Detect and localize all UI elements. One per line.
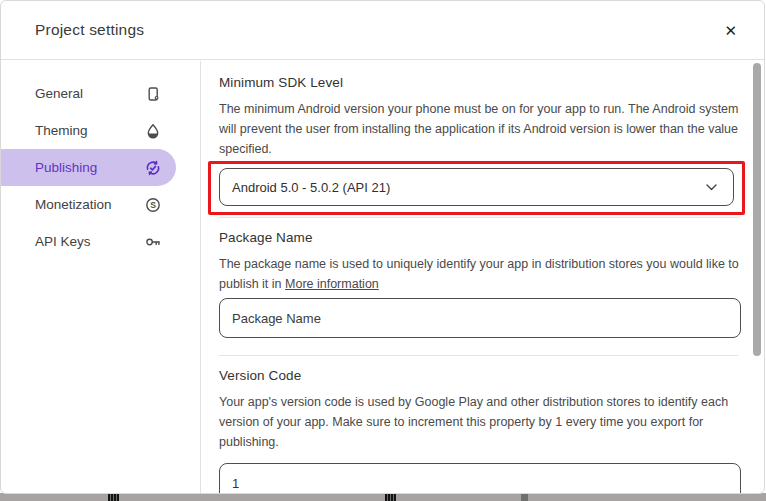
minimum-sdk-description: The minimum Android version your phone m… <box>219 99 747 159</box>
package-name-description: The package name is used to uniquely ide… <box>219 254 747 294</box>
desktop-taskbar-strip <box>0 493 766 501</box>
package-name-heading: Package Name <box>219 230 738 246</box>
sidebar-item-api-keys[interactable]: API Keys <box>1 223 176 260</box>
section-divider <box>219 217 738 218</box>
sync-check-icon <box>144 159 162 177</box>
droplet-icon <box>144 122 162 140</box>
taskbar-icon-mark <box>108 493 119 501</box>
sidebar-item-label: API Keys <box>35 234 91 249</box>
dialog-header: Project settings ✕ <box>1 1 764 60</box>
sidebar-item-publishing[interactable]: Publishing <box>1 149 176 186</box>
version-code-description: Your app's version code is used by Googl… <box>219 392 747 452</box>
minimum-sdk-select[interactable]: Android 5.0 - 5.0.2 (API 21) <box>219 168 734 206</box>
taskbar-icon-mark <box>521 493 528 501</box>
svg-text:S: S <box>150 200 156 210</box>
project-settings-dialog: Project settings ✕ General Theming <box>0 0 765 494</box>
taskbar-icon-mark <box>385 493 396 501</box>
sidebar-item-label: General <box>35 86 83 101</box>
sidebar-item-label: Publishing <box>35 160 97 175</box>
sidebar-item-label: Monetization <box>35 197 112 212</box>
sidebar-item-label: Theming <box>35 123 88 138</box>
sidebar-item-theming[interactable]: Theming <box>1 112 176 149</box>
package-name-input[interactable] <box>219 298 741 338</box>
settings-content-panel: Minimum SDK Level The minimum Android ve… <box>201 61 764 493</box>
version-code-heading: Version Code <box>219 368 738 384</box>
key-icon <box>144 233 162 251</box>
version-code-input[interactable] <box>219 463 741 493</box>
device-icon <box>144 85 162 103</box>
settings-sidebar: General Theming Publishing <box>1 61 201 493</box>
section-divider <box>219 355 738 356</box>
sidebar-item-general[interactable]: General <box>1 75 176 112</box>
minimum-sdk-heading: Minimum SDK Level <box>219 75 738 91</box>
minimum-sdk-selected-value: Android 5.0 - 5.0.2 (API 21) <box>232 180 390 195</box>
chevron-down-icon <box>706 184 717 191</box>
dialog-title: Project settings <box>35 21 144 39</box>
dollar-circle-icon: S <box>144 196 162 214</box>
content-scrollbar[interactable] <box>753 63 761 356</box>
close-icon[interactable]: ✕ <box>724 23 737 38</box>
sidebar-item-monetization[interactable]: Monetization S <box>1 186 176 223</box>
more-information-link[interactable]: More information <box>285 277 379 291</box>
annotation-highlight-box: Android 5.0 - 5.0.2 (API 21) <box>208 161 745 215</box>
